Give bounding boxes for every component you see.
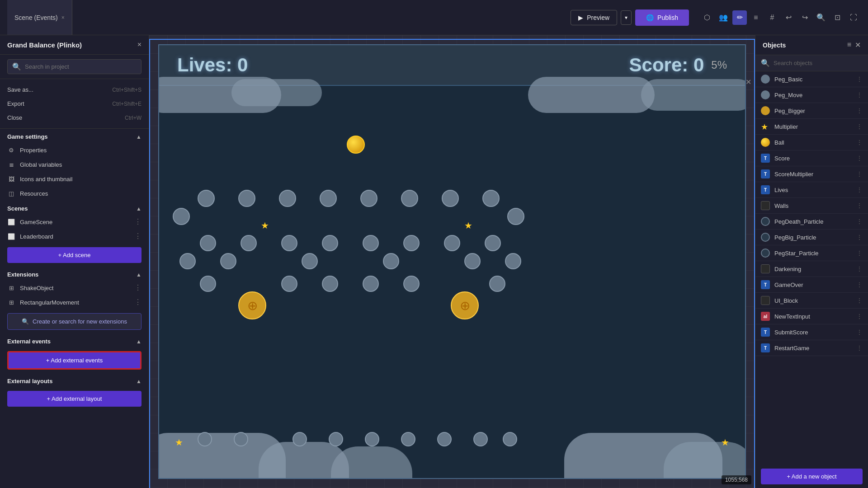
submitscore-more-icon[interactable]: ⋮ [856, 328, 863, 336]
sidebar-item-rectangularmovement[interactable]: ⊞ RectangularMovement ⋮ [0, 295, 149, 310]
canvas-area[interactable]: ✕ Lives: 0 Score: 0 5% [149, 35, 755, 488]
pegdeath-particle-more-icon[interactable]: ⋮ [856, 218, 863, 225]
peg-bot-7 [437, 432, 452, 446]
ui-block-more-icon[interactable]: ⋮ [856, 297, 863, 304]
sidebar-item-shakeobject[interactable]: ⊞ ShakeObject ⋮ [0, 281, 149, 295]
multiplier-more-icon[interactable]: ⋮ [856, 123, 863, 130]
object-item-restartgame[interactable]: T RestartGame ⋮ [755, 340, 868, 356]
toolbar-icon-expand[interactable]: ⛶ [846, 10, 861, 25]
object-item-lives[interactable]: T Lives ⋮ [755, 182, 868, 198]
object-item-walls[interactable]: Walls ⋮ [755, 198, 868, 214]
scene-events-tab[interactable]: Scene (Events) × [7, 0, 72, 35]
toolbar-icon-people[interactable]: 👥 [716, 10, 731, 25]
peg-basic-more-icon[interactable]: ⋮ [856, 75, 863, 83]
walls-more-icon[interactable]: ⋮ [856, 202, 863, 209]
scoremultiplier-more-icon[interactable]: ⋮ [856, 170, 863, 178]
peg-bot-5 [365, 432, 379, 446]
icons-thumbnail-icon: 🖼 [7, 175, 15, 183]
objects-close-icon[interactable]: ✕ [855, 41, 861, 49]
preview-dropdown-button[interactable]: ▾ [621, 10, 632, 25]
canvas-coordinates: 1055;568 [722, 475, 751, 484]
sidebar-item-resources[interactable]: ◫ Resources [0, 186, 149, 201]
object-item-newtextinput[interactable]: aI NewTextInput ⋮ [755, 309, 868, 324]
toolbar-icon-undo[interactable]: ↩ [781, 10, 796, 25]
object-item-multiplier[interactable]: ★ Multiplier ⋮ [755, 119, 868, 135]
sidebar-item-icons-thumbnail[interactable]: 🖼 Icons and thumbnail [0, 172, 149, 186]
object-item-pegstar-particle[interactable]: PegStar_Particle ⋮ [755, 245, 868, 261]
tab-close-icon[interactable]: × [61, 14, 65, 21]
peg-r4-2 [220, 253, 236, 269]
sidebar-item-gamescene[interactable]: ⬜ GameScene ⋮ [0, 215, 149, 229]
toolbar-icon-cube[interactable]: ⬡ [700, 10, 714, 25]
toolbar-icon-resize[interactable]: ⊡ [830, 10, 844, 25]
walls-icon [761, 201, 770, 210]
peg-r2-2 [507, 208, 524, 225]
toolbar-icon-redo[interactable]: ↪ [797, 10, 812, 25]
publish-button[interactable]: 🌐 Publish [635, 9, 689, 26]
object-item-ball[interactable]: Ball ⋮ [755, 135, 868, 150]
scenes-section-header[interactable]: Scenes ▲ [0, 201, 149, 215]
object-item-score[interactable]: T Score ⋮ [755, 150, 868, 166]
sidebar-item-leaderboard[interactable]: ⬜ Leaderboard ⋮ [0, 229, 149, 244]
object-item-scoremultiplier[interactable]: T ScoreMultiplier ⋮ [755, 166, 868, 182]
objects-search-input[interactable] [774, 60, 863, 66]
peg-bigger-more-icon[interactable]: ⋮ [856, 107, 863, 114]
canvas-selection-right [754, 39, 755, 488]
toolbar-icon-grid[interactable]: # [765, 10, 779, 25]
external-layouts-section-header[interactable]: External layouts ▲ [0, 373, 149, 387]
objects-filter-icon[interactable]: ≡ [847, 41, 851, 49]
pegbig-particle-more-icon[interactable]: ⋮ [856, 234, 863, 241]
newtextinput-more-icon[interactable]: ⋮ [856, 313, 863, 320]
object-item-pegbig-particle[interactable]: PegBig_Particle ⋮ [755, 230, 868, 245]
search-input[interactable] [25, 63, 137, 70]
canvas-selection-top [149, 39, 755, 40]
object-item-gameover[interactable]: T GameOver ⋮ [755, 277, 868, 293]
peg-r5-3 [322, 276, 338, 292]
menu-item-save-as[interactable]: Save as... Ctrl+Shift+S [0, 83, 149, 97]
peg-bot-9 [503, 432, 517, 446]
object-item-submitscore[interactable]: T SubmitScore ⋮ [755, 324, 868, 340]
preview-button[interactable]: ▶ Preview [571, 10, 617, 25]
gamescene-more-icon[interactable]: ⋮ [134, 218, 142, 225]
lives-more-icon[interactable]: ⋮ [856, 186, 863, 193]
rectangularmovement-more-icon[interactable]: ⋮ [134, 299, 142, 306]
object-item-peg-bigger[interactable]: Peg_Bigger ⋮ [755, 103, 868, 119]
score-more-icon[interactable]: ⋮ [856, 155, 863, 162]
top-bar: Scene (Events) × ▶ Preview ▾ 🌐 Publish ⬡… [0, 0, 868, 35]
toolbar-icon-pencil[interactable]: ✏ [732, 10, 747, 25]
object-item-pegdeath-particle[interactable]: PegDeath_Particle ⋮ [755, 214, 868, 230]
ball-more-icon[interactable]: ⋮ [856, 139, 863, 146]
peg-move-more-icon[interactable]: ⋮ [856, 91, 863, 99]
external-events-section-header[interactable]: External events ▲ [0, 333, 149, 347]
sidebar-item-global-variables[interactable]: ≣ Global variables [0, 157, 149, 172]
gameover-more-icon[interactable]: ⋮ [856, 281, 863, 288]
restartgame-more-icon[interactable]: ⋮ [856, 344, 863, 352]
pegdeath-particle-icon [761, 217, 770, 226]
peg-r3-4 [322, 235, 338, 251]
project-close-button[interactable]: × [137, 41, 142, 49]
pegstar-particle-more-icon[interactable]: ⋮ [856, 249, 863, 257]
object-item-peg-move[interactable]: Peg_Move ⋮ [755, 87, 868, 103]
create-search-extensions-button[interactable]: 🔍 Create or search for new extensions [7, 313, 142, 330]
add-scene-button[interactable]: + Add scene [7, 247, 142, 263]
peg-bot-2 [234, 432, 248, 446]
extensions-section-header[interactable]: Extensions ▲ [0, 267, 149, 281]
toolbar-icon-layers[interactable]: ≡ [749, 10, 763, 25]
object-item-peg-basic[interactable]: Peg_Basic ⋮ [755, 71, 868, 87]
menu-item-close[interactable]: Close Ctrl+W [0, 111, 149, 125]
menu-item-export[interactable]: Export Ctrl+Shift+E [0, 97, 149, 111]
game-settings-toggle-icon: ▲ [136, 134, 142, 140]
leaderboard-more-icon[interactable]: ⋮ [134, 233, 142, 240]
toolbar-icon-zoom-out[interactable]: 🔍 [814, 10, 828, 25]
add-external-events-button[interactable]: + Add external events [7, 351, 142, 370]
scoremultiplier-icon: T [761, 169, 770, 178]
add-new-object-button[interactable]: + Add a new object [761, 469, 863, 484]
add-external-layout-button[interactable]: + Add external layout [7, 391, 142, 407]
shakeobject-more-icon[interactable]: ⋮ [134, 284, 142, 291]
sidebar-item-properties[interactable]: ⚙ Properties [0, 143, 149, 157]
object-item-ui-block[interactable]: UI_Block ⋮ [755, 293, 868, 309]
object-item-darkening[interactable]: Darkening ⋮ [755, 261, 868, 277]
game-settings-section-header[interactable]: Game settings ▲ [0, 129, 149, 143]
properties-icon: ⚙ [7, 146, 15, 154]
darkening-more-icon[interactable]: ⋮ [856, 265, 863, 272]
